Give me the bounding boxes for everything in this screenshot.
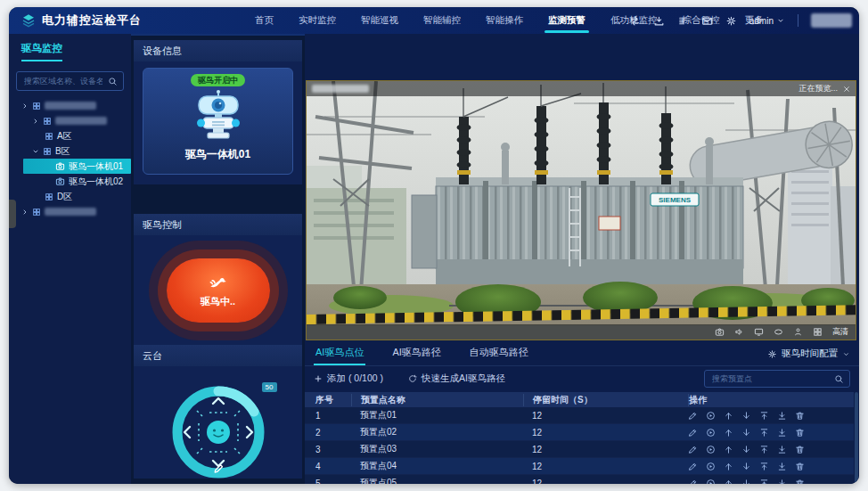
quick-generate-button[interactable]: 快速生成AI驱鸟路径 [408, 372, 505, 385]
col-ops: 操作 [688, 394, 854, 406]
cell-time: 12 [523, 411, 688, 421]
move-down-icon[interactable] [741, 479, 751, 485]
move-up-icon[interactable] [724, 411, 733, 421]
table-row[interactable]: 4 预置点04 12 [305, 458, 854, 475]
move-bottom-icon[interactable] [777, 411, 787, 421]
tree-node-device-02[interactable]: 驱鸟一体机02 [9, 174, 131, 189]
nav-smart-auxiliary[interactable]: 智能辅控 [411, 7, 473, 34]
move-bottom-icon[interactable] [777, 445, 787, 454]
fisheye-icon[interactable] [774, 327, 783, 337]
ptz-joystick[interactable]: 50 [167, 381, 270, 484]
move-bottom-icon[interactable] [777, 428, 787, 438]
cell-time: 12 [523, 479, 688, 485]
tree-node-device-01[interactable]: 驱鸟一体机01 [23, 159, 131, 174]
tab-ai-bird-path[interactable]: AI驱鸟路径 [390, 346, 442, 365]
download-icon[interactable] [653, 15, 665, 27]
nav-home[interactable]: 首页 [242, 7, 286, 34]
ptz-panel: 云台 [134, 345, 302, 479]
tree-node-other[interactable] [9, 204, 131, 219]
move-down-icon[interactable] [741, 428, 751, 438]
expander-icon[interactable] [32, 148, 39, 155]
move-bottom-icon[interactable] [777, 462, 787, 471]
sidebar-collapse-handle[interactable] [9, 200, 16, 228]
move-up-icon[interactable] [724, 462, 733, 471]
redacted-watermark [312, 85, 369, 93]
table-row[interactable]: 3 预置点03 12 [305, 441, 854, 458]
tree-node-zone-a[interactable]: A区 [9, 128, 131, 143]
bird-repel-button[interactable]: 驱鸟中.. [167, 258, 270, 323]
bird-time-config[interactable]: 驱鸟时间配置 [767, 348, 850, 365]
cell-no: 2 [305, 428, 351, 438]
move-bottom-icon[interactable] [777, 479, 787, 485]
expander-icon[interactable] [32, 118, 39, 125]
delete-icon[interactable] [795, 462, 805, 471]
nav-realtime-monitor[interactable]: 实时监控 [286, 7, 348, 34]
tab-ai-bird-points[interactable]: AI驱鸟点位 [314, 346, 365, 365]
play-icon[interactable] [706, 428, 716, 438]
preset-search-input[interactable] [710, 373, 831, 384]
sidebar-tab-bird-monitor[interactable]: 驱鸟监控 [21, 42, 62, 61]
video-player[interactable]: SIEMENS [306, 80, 856, 340]
table-scrollbar[interactable] [855, 392, 858, 484]
settings-gear-icon[interactable] [725, 15, 737, 27]
move-down-icon[interactable] [741, 411, 751, 421]
tree-node-station[interactable] [9, 113, 131, 128]
search-icon[interactable] [108, 77, 118, 86]
table-row[interactable]: 2 预置点02 12 [305, 424, 854, 441]
tree-label: A区 [57, 130, 72, 143]
move-top-icon[interactable] [759, 462, 769, 471]
snapshot-icon[interactable] [715, 327, 725, 337]
tree-node-root[interactable] [9, 98, 131, 113]
nav-monitor-warning[interactable]: 监测预警 [536, 7, 598, 34]
table-row[interactable]: 5 预置点05 12 [305, 475, 854, 484]
move-top-icon[interactable] [759, 428, 769, 438]
play-icon[interactable] [706, 479, 716, 485]
quality-label[interactable]: 高清 [832, 326, 848, 338]
search-icon[interactable] [834, 374, 844, 384]
preset-search[interactable] [704, 370, 850, 388]
tree-label: 驱鸟一体机01 [69, 160, 123, 173]
add-preset-button[interactable]: 添加 ( 0/100 ) [314, 372, 383, 385]
nav-smart-patrol[interactable]: 智能巡视 [348, 7, 411, 34]
tree-node-zone-d[interactable]: D区 [9, 189, 131, 204]
edit-icon[interactable] [688, 428, 698, 438]
edit-icon[interactable] [688, 445, 698, 454]
monitor-icon[interactable] [754, 327, 764, 337]
split-screen-icon[interactable] [813, 327, 823, 337]
edit-icon[interactable] [688, 479, 698, 485]
user-menu[interactable]: admin [749, 16, 785, 26]
volume-icon[interactable] [734, 327, 744, 337]
delete-icon[interactable] [795, 479, 805, 485]
move-up-icon[interactable] [724, 445, 733, 454]
move-up-icon[interactable] [724, 428, 733, 438]
close-icon[interactable] [843, 86, 850, 93]
move-top-icon[interactable] [759, 445, 769, 454]
delete-icon[interactable] [795, 445, 805, 454]
expander-icon[interactable] [21, 102, 29, 110]
delete-icon[interactable] [795, 428, 805, 438]
delete-icon[interactable] [795, 411, 805, 421]
move-down-icon[interactable] [741, 462, 751, 471]
move-top-icon[interactable] [759, 479, 769, 485]
move-up-icon[interactable] [724, 479, 733, 485]
sidebar-search[interactable] [16, 71, 124, 91]
table-row[interactable]: 1 预置点01 12 [305, 407, 854, 424]
play-icon[interactable] [706, 411, 716, 421]
mail-icon[interactable] [701, 15, 713, 27]
edit-icon[interactable] [688, 411, 698, 421]
tab-auto-bird-path[interactable]: 自动驱鸟路径 [468, 346, 530, 365]
report-list-icon[interactable] [677, 15, 689, 27]
nav-smart-operation[interactable]: 智能操作 [473, 7, 536, 34]
move-down-icon[interactable] [741, 445, 751, 454]
redacted-logo [811, 13, 852, 28]
edit-icon[interactable] [688, 462, 698, 471]
play-icon[interactable] [706, 445, 716, 454]
swap-icon[interactable] [629, 15, 641, 27]
play-icon[interactable] [706, 462, 716, 471]
move-top-icon[interactable] [759, 411, 769, 421]
sidebar-search-input[interactable] [22, 76, 104, 86]
preset-person-icon[interactable] [793, 327, 803, 337]
expander-icon[interactable] [21, 209, 29, 216]
tree-node-zone-b[interactable]: B区 [9, 143, 131, 159]
cell-no: 3 [305, 445, 351, 454]
